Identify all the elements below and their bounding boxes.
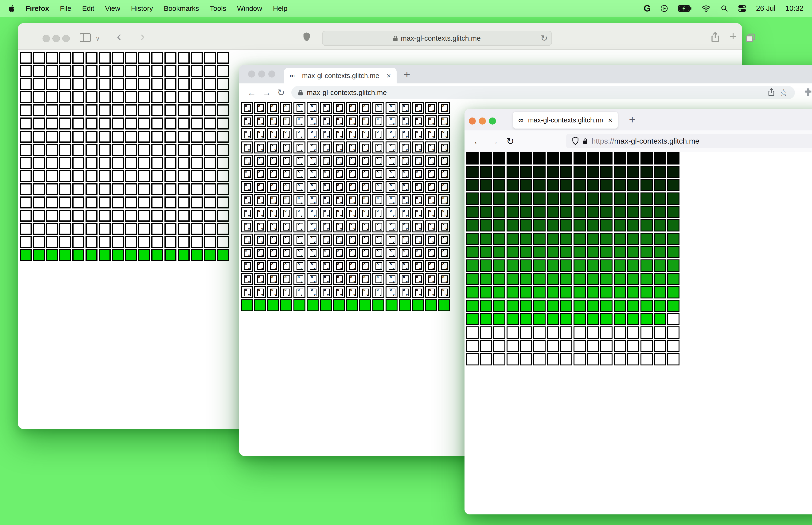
menu-item-view[interactable]: View: [105, 4, 120, 13]
canvas-cell: [72, 91, 85, 103]
close-tab-icon[interactable]: ×: [386, 72, 391, 80]
close-tab-icon[interactable]: ×: [608, 116, 613, 124]
canvas-cell: [547, 313, 559, 325]
menu-app-name[interactable]: Firefox: [26, 4, 49, 13]
menu-item-file[interactable]: File: [60, 4, 71, 13]
canvas-cell: [641, 300, 653, 312]
canvas-cell: [399, 155, 411, 167]
canvas-cell: [151, 144, 163, 156]
menu-item-window[interactable]: Window: [237, 4, 262, 13]
close-button[interactable]: [43, 35, 50, 42]
canvas-cell: [573, 313, 586, 325]
broken-image-icon: [362, 183, 369, 191]
back-button[interactable]: ‹: [117, 29, 121, 43]
menu-item-bookmarks[interactable]: Bookmarks: [164, 4, 199, 13]
canvas-cell: [466, 206, 479, 218]
minimize-button[interactable]: [258, 71, 265, 77]
privacy-shield-icon[interactable]: [303, 32, 310, 43]
minimize-button[interactable]: [479, 118, 486, 124]
wifi-icon[interactable]: [702, 5, 710, 12]
canvas-cell: [641, 340, 653, 352]
canvas-cell: [217, 65, 229, 77]
canvas-cell: [333, 168, 345, 180]
canvas-cell: [438, 247, 450, 259]
broken-image-icon: [376, 275, 382, 283]
forward-button[interactable]: →: [262, 88, 271, 97]
chrome-active-tab[interactable]: ∞ max-gl-contexts.glitch.me ×: [284, 68, 397, 84]
chrome-tab-strip[interactable]: ∞ max-gl-contexts.glitch.me × +: [239, 65, 812, 84]
canvas-cell: [600, 259, 613, 272]
broken-image-icon: [244, 118, 251, 125]
extensions-puzzle-icon[interactable]: [803, 88, 812, 98]
canvas-cell: [667, 259, 679, 272]
apple-menu-icon[interactable]: [9, 5, 15, 12]
canvas-cell: [178, 236, 189, 248]
sidebar-icon[interactable]: [80, 33, 91, 42]
zoom-button[interactable]: [489, 118, 496, 124]
play-circle-icon[interactable]: [660, 5, 668, 12]
reload-icon[interactable]: ↻: [541, 33, 548, 43]
menu-bar-date[interactable]: 26 Jul: [756, 4, 776, 13]
tab-overview-icon[interactable]: [746, 33, 755, 59]
forward-button[interactable]: →: [489, 137, 499, 146]
battery-charging-icon[interactable]: [678, 5, 692, 12]
canvas-cell: [438, 273, 450, 285]
canvas-cell: [507, 232, 519, 245]
back-button[interactable]: ←: [473, 137, 482, 146]
firefox-tab-strip[interactable]: ∞ max-gl-contexts.glitch.me/ × +: [464, 109, 812, 131]
tracking-shield-icon[interactable]: [572, 137, 579, 146]
menu-item-edit[interactable]: Edit: [82, 4, 94, 13]
search-icon[interactable]: [721, 5, 728, 12]
new-tab-button[interactable]: +: [404, 68, 410, 81]
safari-toolbar[interactable]: ∨ ‹ › max-gl-contexts.glitch.me ↻ +: [18, 23, 742, 49]
broken-image-icon: [284, 131, 290, 138]
menu-item-tools[interactable]: Tools: [210, 4, 226, 13]
canvas-cell: [241, 207, 253, 219]
bookmark-star-icon[interactable]: ☆: [779, 87, 788, 98]
url-bar[interactable]: https:// max-gl-contexts.glitch.me: [566, 134, 812, 148]
canvas-cell: [33, 104, 45, 116]
canvas-cell: [112, 183, 124, 195]
zoom-button[interactable]: [62, 35, 70, 42]
canvas-cell: [151, 52, 163, 64]
canvas-cell: [547, 193, 559, 205]
broken-image-icon: [402, 210, 409, 217]
broken-image-icon: [257, 183, 264, 191]
forward-button[interactable]: ›: [140, 29, 145, 43]
close-button[interactable]: [469, 118, 476, 124]
broken-image-icon: [244, 131, 251, 138]
chevron-down-icon[interactable]: ∨: [96, 35, 100, 42]
canvas-cell: [86, 210, 97, 222]
canvas-cell: [125, 183, 137, 195]
address-bar[interactable]: max-gl-contexts.glitch.me ↻: [322, 31, 552, 46]
firefox-active-tab[interactable]: ∞ max-gl-contexts.glitch.me/ ×: [513, 111, 618, 129]
menu-item-help[interactable]: Help: [273, 4, 288, 13]
menu-bar-clock[interactable]: 10:32: [785, 4, 803, 13]
close-button[interactable]: [248, 71, 255, 77]
canvas-cell: [151, 223, 163, 235]
canvas-cell: [33, 236, 45, 248]
omnibox[interactable]: max-gl-contexts.glitch.me ☆: [291, 86, 795, 99]
canvas-cell: [600, 313, 613, 325]
reload-button[interactable]: ↻: [277, 88, 285, 97]
canvas-cell: [614, 152, 626, 165]
broken-image-icon: [244, 104, 251, 112]
canvas-cell: [293, 128, 305, 140]
canvas-cell: [293, 207, 305, 219]
broken-image-icon: [296, 104, 303, 112]
zoom-button[interactable]: [268, 71, 275, 77]
canvas-cell: [178, 118, 189, 130]
new-tab-button[interactable]: +: [629, 113, 635, 126]
canvas-cell: [627, 259, 639, 272]
minimize-button[interactable]: [52, 35, 60, 42]
google-g-icon[interactable]: G: [644, 3, 650, 14]
menu-item-history[interactable]: History: [131, 4, 153, 13]
reload-button[interactable]: ↻: [506, 137, 514, 146]
canvas-cell: [614, 166, 626, 178]
share-icon[interactable]: [768, 87, 775, 98]
new-tab-button[interactable]: +: [730, 30, 737, 42]
broken-image-icon: [349, 196, 356, 204]
control-center-icon[interactable]: [738, 5, 746, 12]
canvas-cell: [165, 52, 177, 64]
back-button[interactable]: ←: [247, 88, 256, 97]
